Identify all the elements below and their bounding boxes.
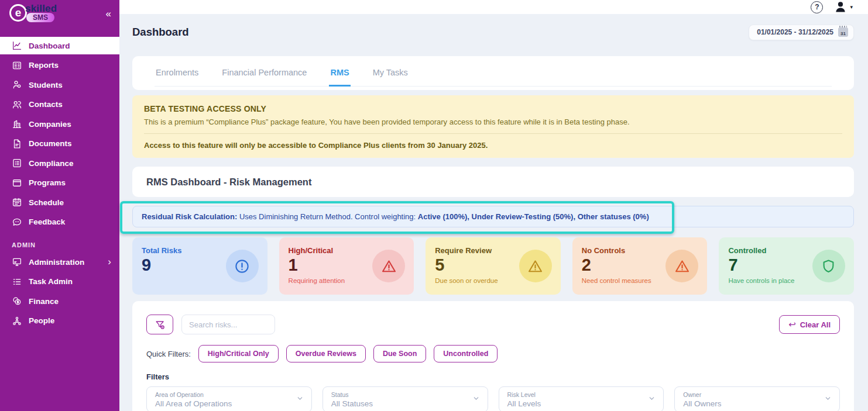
sidebar-item-label: Companies bbox=[29, 120, 71, 129]
sidebar-item-label: Programs bbox=[29, 178, 66, 187]
search-risks-input[interactable] bbox=[181, 315, 275, 334]
owner-select[interactable]: Owner All Owners bbox=[674, 386, 840, 411]
sidebar-collapse-icon[interactable]: « bbox=[106, 9, 111, 19]
sidebar-item-label: Task Admin bbox=[29, 277, 73, 286]
dashboard-tabs: Enrolments Financial Performance RMS My … bbox=[155, 56, 832, 87]
warning-triangle-icon bbox=[665, 250, 698, 282]
sidebar-item-companies[interactable]: Companies bbox=[0, 115, 119, 133]
residual-risk-section: Residual Risk Calculation: Uses Diminish… bbox=[132, 206, 854, 227]
select-label: Area of Operation bbox=[155, 391, 303, 398]
app-window: e skilled SMS « Dashboard Reports Studen… bbox=[0, 0, 868, 411]
residual-weights-text: Active (100%), Under Review-Testing (50%… bbox=[418, 212, 649, 221]
quick-filter-high-critical[interactable]: High/Critical Only bbox=[198, 345, 279, 362]
area-of-operation-select[interactable]: Area of Operation All Area of Operations bbox=[146, 386, 312, 411]
sidebar-item-administration[interactable]: Administration › bbox=[0, 253, 119, 271]
page-header: Dashboard 01/01/2025 - 31/12/2025 31 bbox=[132, 23, 854, 41]
tab-my-tasks[interactable]: My Tasks bbox=[372, 56, 409, 87]
rms-heading-card: RMS Dashboard - Risk Management bbox=[132, 167, 854, 197]
sidebar-item-label: Contacts bbox=[29, 100, 63, 109]
filter-toolbar: ↩ Clear All bbox=[146, 315, 840, 334]
tab-financial-performance[interactable]: Financial Performance bbox=[221, 56, 308, 87]
sidebar: e skilled SMS « Dashboard Reports Studen… bbox=[0, 0, 119, 411]
quick-filter-overdue-reviews[interactable]: Overdue Reviews bbox=[286, 345, 366, 362]
warning-triangle-icon bbox=[372, 250, 405, 282]
monitor-icon bbox=[12, 257, 22, 267]
stat-card-controlled: Controlled 7 Have controls in place bbox=[719, 237, 854, 295]
tab-enrolments[interactable]: Enrolments bbox=[155, 56, 200, 87]
caret-down-icon: ▾ bbox=[850, 4, 853, 10]
sidebar-item-programs[interactable]: Programs bbox=[0, 174, 119, 192]
sidebar-item-schedule[interactable]: Schedule bbox=[0, 194, 119, 211]
clear-all-button[interactable]: ↩ Clear All bbox=[779, 315, 840, 334]
banner-divider bbox=[144, 133, 842, 134]
quick-filters-label: Quick Filters: bbox=[146, 350, 191, 358]
sidebar-item-reports[interactable]: Reports bbox=[0, 57, 119, 74]
stat-card-require-review: Require Review 5 Due soon or overdue bbox=[426, 237, 561, 295]
eskilled-sms-logo: e skilled SMS bbox=[9, 2, 74, 25]
sidebar-item-task-admin[interactable]: Task Admin bbox=[0, 273, 119, 291]
sidebar-item-contacts[interactable]: Contacts bbox=[0, 96, 119, 113]
sidebar-item-documents[interactable]: Documents bbox=[0, 135, 119, 153]
sidebar-item-people[interactable]: People bbox=[0, 312, 119, 330]
calendar-icon bbox=[12, 197, 22, 208]
sidebar-item-label: Dashboard bbox=[29, 42, 70, 50]
status-select[interactable]: Status All Statuses bbox=[323, 386, 488, 411]
filter-dropdowns-row: Area of Operation All Area of Operations… bbox=[146, 386, 840, 411]
risk-level-select[interactable]: Risk Level All Levels bbox=[499, 386, 664, 411]
chevron-down-icon bbox=[648, 394, 656, 405]
select-label: Status bbox=[331, 391, 479, 398]
residual-method-text: Uses Diminishing Return Method. Control … bbox=[237, 212, 418, 221]
window-icon bbox=[12, 178, 22, 188]
warning-triangle-icon bbox=[519, 250, 552, 282]
topbar: ? ▾ bbox=[119, 0, 868, 14]
tabs-card: Enrolments Financial Performance RMS My … bbox=[132, 56, 854, 90]
student-icon bbox=[12, 80, 22, 90]
people-network-icon bbox=[12, 316, 22, 326]
calendar-icon: 31 bbox=[838, 27, 848, 37]
shield-icon bbox=[812, 250, 845, 282]
line-chart-icon bbox=[12, 40, 22, 51]
sidebar-item-students[interactable]: Students bbox=[0, 76, 119, 94]
building-icon bbox=[12, 119, 22, 129]
help-icon[interactable]: ? bbox=[811, 1, 823, 13]
date-range-picker[interactable]: 01/01/2025 - 31/12/2025 31 bbox=[749, 25, 854, 40]
sidebar-item-finance[interactable]: Finance bbox=[0, 292, 119, 310]
sidebar-item-label: Feedback bbox=[29, 217, 65, 226]
filter-funnel-button[interactable] bbox=[146, 315, 173, 334]
logo-sms-badge: SMS bbox=[26, 13, 54, 22]
admin-section-label: ADMIN bbox=[12, 241, 119, 248]
quick-filter-due-soon[interactable]: Due Soon bbox=[373, 345, 426, 362]
beta-banner-heading: BETA TESTING ACCESS ONLY bbox=[144, 104, 842, 113]
quick-filter-uncontrolled[interactable]: Uncontrolled bbox=[434, 345, 498, 362]
beta-banner: BETA TESTING ACCESS ONLY This is a premi… bbox=[132, 95, 854, 158]
dashboard-content: Dashboard 01/01/2025 - 31/12/2025 31 Enr… bbox=[119, 14, 868, 411]
sidebar-item-label: Students bbox=[29, 81, 63, 89]
users-icon bbox=[12, 99, 22, 110]
residual-label: Residual Risk Calculation: bbox=[142, 212, 237, 221]
sidebar-item-compliance[interactable]: Compliance bbox=[0, 154, 119, 172]
tab-rms[interactable]: RMS bbox=[329, 56, 350, 87]
sidebar-item-dashboard[interactable]: Dashboard bbox=[0, 37, 119, 54]
sidebar-item-label: Administration bbox=[29, 258, 84, 267]
select-value: All Area of Operations bbox=[155, 399, 303, 408]
stat-card-total-risks: Total Risks 9 bbox=[132, 237, 267, 295]
sidebar-item-label: People bbox=[29, 316, 54, 325]
beta-banner-text: This is a premium “Compliance Plus” pack… bbox=[144, 118, 842, 126]
chat-bubble-icon bbox=[12, 217, 22, 227]
funnel-icon bbox=[155, 319, 166, 330]
clear-all-label: Clear All bbox=[800, 320, 831, 329]
chevron-right-icon: › bbox=[108, 256, 111, 268]
logo-e-icon: e bbox=[9, 4, 27, 22]
sidebar-item-feedback[interactable]: Feedback bbox=[0, 213, 119, 231]
sidebar-logo-row: e skilled SMS « bbox=[0, 0, 119, 27]
select-value: All Owners bbox=[683, 399, 831, 408]
sidebar-item-label: Documents bbox=[29, 139, 72, 148]
profile-menu[interactable]: ▾ bbox=[833, 0, 853, 14]
filters-section-label: Filters bbox=[146, 372, 840, 381]
select-value: All Statuses bbox=[331, 399, 479, 408]
sidebar-item-label: Schedule bbox=[29, 198, 64, 207]
document-icon bbox=[12, 139, 22, 149]
select-value: All Levels bbox=[507, 399, 656, 408]
beta-banner-access-note: Access to this feature will only be acce… bbox=[144, 141, 842, 150]
residual-risk-info: Residual Risk Calculation: Uses Diminish… bbox=[132, 206, 854, 227]
